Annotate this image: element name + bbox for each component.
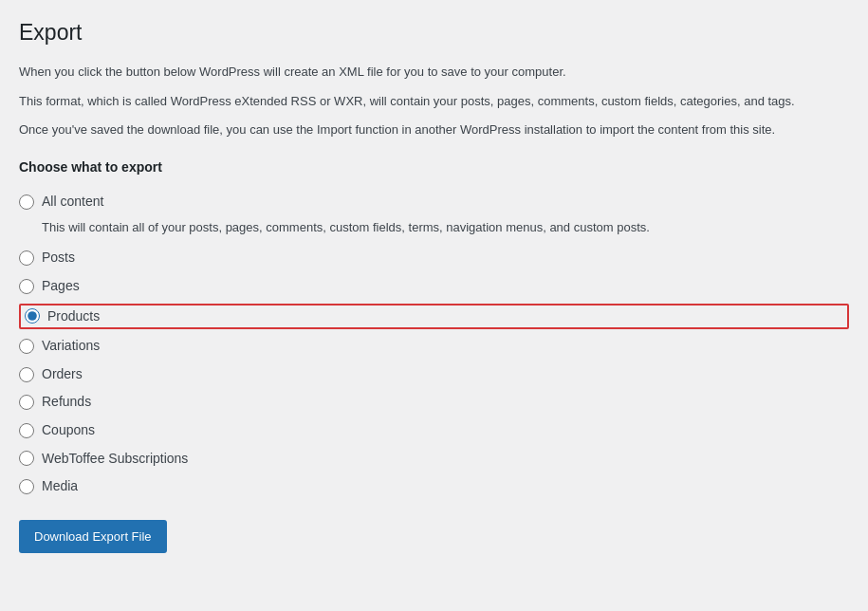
radio-item-posts[interactable]: Posts bbox=[19, 244, 849, 272]
radio-label-pages: Pages bbox=[42, 277, 80, 296]
radio-item-webtoffee-subscriptions[interactable]: WebToffee Subscriptions bbox=[19, 445, 849, 473]
radio-item-orders[interactable]: Orders bbox=[19, 361, 849, 389]
radio-label-media: Media bbox=[42, 477, 78, 496]
description-2: This format, which is called WordPress e… bbox=[19, 92, 844, 112]
radio-item-coupons[interactable]: Coupons bbox=[19, 417, 849, 445]
radio-coupons[interactable] bbox=[19, 423, 34, 438]
export-options-group: All content This will contain all of you… bbox=[19, 188, 849, 500]
radio-item-all-content[interactable]: All content bbox=[19, 188, 849, 216]
radio-label-posts: Posts bbox=[42, 249, 75, 268]
radio-posts[interactable] bbox=[19, 250, 34, 266]
radio-refunds[interactable] bbox=[19, 395, 34, 410]
radio-item-media[interactable]: Media bbox=[19, 472, 849, 501]
all-content-description: This will contain all of your posts, pag… bbox=[42, 218, 849, 237]
section-title: Choose what to export bbox=[19, 159, 849, 175]
radio-pages[interactable] bbox=[19, 279, 34, 294]
radio-orders[interactable] bbox=[19, 367, 34, 382]
radio-label-variations: Variations bbox=[42, 337, 100, 356]
export-page: Export When you click the button below W… bbox=[0, 0, 868, 572]
radio-item-refunds[interactable]: Refunds bbox=[19, 388, 849, 417]
radio-products[interactable] bbox=[25, 308, 40, 324]
radio-label-refunds: Refunds bbox=[42, 393, 91, 412]
download-export-button[interactable]: Download Export File bbox=[19, 520, 167, 554]
radio-label-coupons: Coupons bbox=[42, 421, 95, 440]
radio-item-pages[interactable]: Pages bbox=[19, 272, 849, 301]
radio-webtoffee-subscriptions[interactable] bbox=[19, 451, 34, 466]
radio-label-orders: Orders bbox=[42, 365, 83, 384]
radio-label-products: Products bbox=[47, 307, 100, 326]
description-3: Once you've saved the download file, you… bbox=[19, 120, 844, 140]
radio-item-products[interactable]: Products bbox=[19, 304, 849, 330]
description-1: When you click the button below WordPres… bbox=[19, 63, 844, 83]
radio-variations[interactable] bbox=[19, 339, 34, 354]
radio-media[interactable] bbox=[19, 479, 34, 494]
radio-label-all-content: All content bbox=[42, 193, 103, 212]
radio-label-webtoffee-subscriptions: WebToffee Subscriptions bbox=[42, 450, 188, 469]
radio-item-variations[interactable]: Variations bbox=[19, 332, 849, 361]
page-title: Export bbox=[19, 19, 849, 47]
radio-all-content[interactable] bbox=[19, 194, 34, 210]
